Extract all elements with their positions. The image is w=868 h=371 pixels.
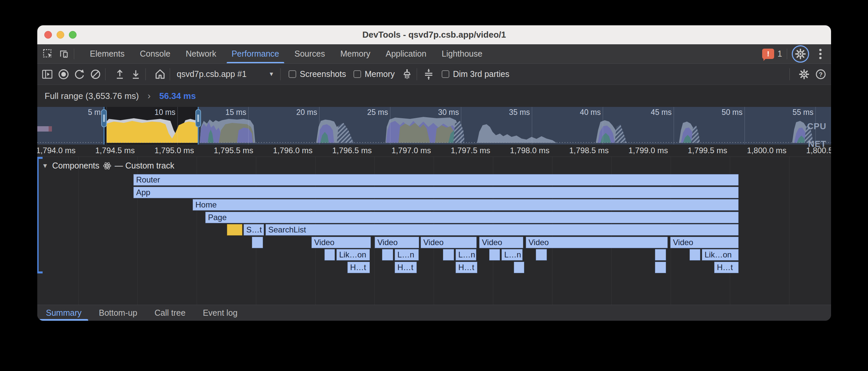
overview-tick-label: 25 ms xyxy=(367,108,388,117)
flame-bar[interactable]: Lik…on xyxy=(702,249,739,260)
tab-memory[interactable]: Memory xyxy=(333,44,378,63)
full-range-label[interactable]: Full range (3,653.76 ms) xyxy=(44,91,139,101)
upload-profile-icon[interactable] xyxy=(114,68,125,80)
flame-bar[interactable]: H…t xyxy=(714,262,739,273)
flame-bar[interactable]: L…n xyxy=(456,249,476,260)
issues-icon[interactable]: ! xyxy=(762,49,774,59)
tab-network[interactable]: Network xyxy=(178,44,224,63)
tab-console[interactable]: Console xyxy=(132,44,178,63)
ruler-label: 1,795.5 ms xyxy=(214,146,253,155)
bottom-tab-bottom-up[interactable]: Bottom-up xyxy=(90,305,146,321)
flame-bar[interactable]: Video xyxy=(479,237,523,248)
flame-bar[interactable]: Video xyxy=(526,237,668,248)
flame-bar[interactable]: H…t xyxy=(456,262,477,273)
garbage-collect-icon[interactable] xyxy=(401,68,413,80)
close-button[interactable] xyxy=(44,31,52,39)
overview-tick-label: 45 ms xyxy=(651,108,672,117)
overview-gridline xyxy=(390,107,391,145)
flame-bar[interactable] xyxy=(690,249,700,260)
minimize-button[interactable] xyxy=(57,31,64,39)
flame-bar[interactable]: Page xyxy=(205,212,739,223)
zoom-button[interactable] xyxy=(69,31,76,39)
overview-tick-label: 10 ms xyxy=(154,108,176,117)
net-lane-label: NET xyxy=(808,139,827,149)
home-icon[interactable] xyxy=(154,68,166,80)
flame-bar[interactable] xyxy=(252,237,263,248)
clear-icon[interactable] xyxy=(90,68,101,80)
selected-range-label[interactable]: 56.34 ms xyxy=(159,91,196,101)
bottom-tabbar: SummaryBottom-upCall treeEvent log xyxy=(37,305,831,321)
overview-tick-label: 55 ms xyxy=(793,108,813,117)
performance-toolbar: qsvd7p.csb.app #1 ▼ Screenshots Memory xyxy=(37,64,831,85)
collapse-triangle-icon[interactable]: ▼ xyxy=(42,162,48,170)
flame-row: S…tSearchList xyxy=(37,224,831,235)
flame-bar[interactable]: H…t xyxy=(395,262,417,273)
flame-bar[interactable] xyxy=(655,249,666,260)
dim-3rd-parties-checkbox[interactable] xyxy=(442,70,449,78)
memory-label: Memory xyxy=(365,69,395,79)
flame-bar[interactable]: Video xyxy=(312,237,371,248)
devtools-tabbar: ElementsConsoleNetworkPerformanceSources… xyxy=(37,44,831,64)
bottom-tab-call-tree[interactable]: Call tree xyxy=(146,305,194,321)
ruler-label: 1,797.5 ms xyxy=(451,146,490,155)
selection-left-handle[interactable] xyxy=(101,109,107,127)
flame-bar[interactable] xyxy=(655,262,666,273)
window-title: DevTools - qsvd7p.csb.app/video/1 xyxy=(363,30,506,40)
flame-bar[interactable]: Home xyxy=(193,199,739,210)
flame-bar[interactable]: Video xyxy=(670,237,739,248)
flame-bar[interactable] xyxy=(489,249,500,260)
overview-gridline xyxy=(319,107,319,145)
record-icon[interactable] xyxy=(58,68,69,80)
ruler-label: 1,799.5 ms xyxy=(688,146,727,155)
memory-checkbox[interactable] xyxy=(353,70,361,78)
kebab-menu-icon[interactable] xyxy=(815,49,826,59)
target-selector[interactable]: qsvd7p.csb.app #1 ▼ xyxy=(177,69,274,79)
flame-bar[interactable] xyxy=(514,262,524,273)
flame-bar[interactable] xyxy=(443,249,454,260)
tab-elements[interactable]: Elements xyxy=(82,44,132,63)
flame-bar[interactable]: Router xyxy=(133,174,739,186)
flame-bar[interactable]: App xyxy=(133,187,739,198)
flame-bar[interactable]: H…t xyxy=(347,262,370,273)
tab-lighthouse[interactable]: Lighthouse xyxy=(434,44,490,63)
divider xyxy=(105,68,105,80)
chevron-down-icon: ▼ xyxy=(269,71,274,78)
collapse-panels-icon[interactable] xyxy=(423,68,434,80)
reload-record-icon[interactable] xyxy=(74,68,85,80)
flame-chart[interactable]: ▼ Components — Custom track RouterAppHom… xyxy=(37,157,831,305)
flame-bar[interactable]: L…n xyxy=(395,249,419,260)
toggle-sidebar-icon[interactable] xyxy=(42,68,53,80)
flame-bar[interactable]: SearchList xyxy=(266,224,739,235)
flame-bar[interactable] xyxy=(227,224,242,235)
screenshots-label: Screenshots xyxy=(300,69,346,79)
flame-bar[interactable]: L…n xyxy=(502,249,523,260)
flame-bar[interactable]: Video xyxy=(421,237,476,248)
tab-sources[interactable]: Sources xyxy=(287,44,333,63)
selection-right-handle[interactable] xyxy=(195,109,201,127)
flame-bar[interactable]: S…t xyxy=(244,224,264,235)
ruler-label: 1,794.5 ms xyxy=(95,146,135,155)
help-icon[interactable]: ? xyxy=(815,68,827,80)
download-profile-icon[interactable] xyxy=(130,68,142,80)
settings-gear-icon[interactable] xyxy=(792,45,809,63)
track-title: Components xyxy=(52,161,99,171)
panel-tabs: ElementsConsoleNetworkPerformanceSources… xyxy=(82,44,490,63)
track-header[interactable]: ▼ Components — Custom track xyxy=(42,161,175,171)
divider xyxy=(417,68,417,80)
flame-bar[interactable]: Lik…on xyxy=(337,249,370,260)
timeline-overview[interactable]: 5 ms10 ms15 ms20 ms25 ms30 ms35 ms40 ms4… xyxy=(37,107,831,145)
bottom-tab-summary[interactable]: Summary xyxy=(37,305,90,321)
flame-bar[interactable]: Video xyxy=(375,237,419,248)
device-toolbar-icon[interactable] xyxy=(59,49,69,59)
flame-bar[interactable] xyxy=(382,249,393,260)
cpu-lane-label: CPU xyxy=(807,121,827,132)
flame-bar[interactable] xyxy=(324,249,335,260)
screenshots-checkbox[interactable] xyxy=(288,70,296,78)
flame-bar[interactable] xyxy=(536,249,547,260)
overview-gridline xyxy=(745,107,745,145)
tab-performance[interactable]: Performance xyxy=(224,44,287,63)
tab-application[interactable]: Application xyxy=(378,44,434,63)
bottom-tab-event-log[interactable]: Event log xyxy=(194,305,246,321)
inspect-element-icon[interactable] xyxy=(42,49,53,59)
panel-settings-gear-icon[interactable] xyxy=(799,68,810,80)
